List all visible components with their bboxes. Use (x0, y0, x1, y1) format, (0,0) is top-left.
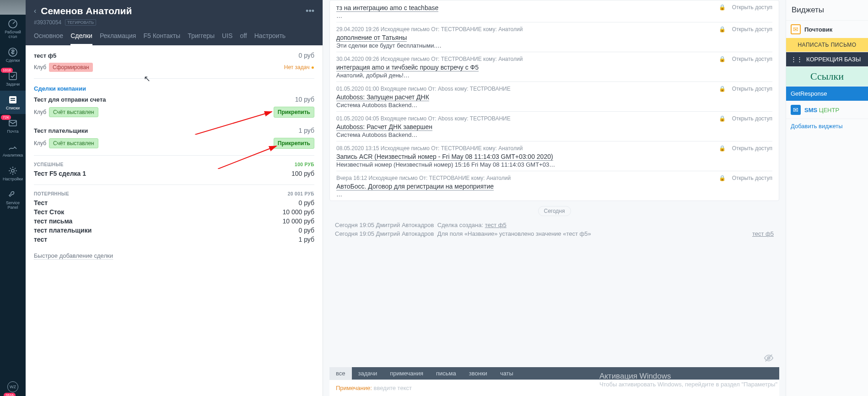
notes-tab-chats[interactable]: чаты (494, 367, 520, 380)
eye-off-icon (764, 353, 774, 363)
feed-item[interactable]: 08.05.2020 13:15 Исходящее письмо От: ТЕ… (336, 141, 772, 171)
feed-body: Эти сделки все будут бесплатными.… (336, 42, 712, 49)
main-deal-name[interactable]: тест ф5 (34, 52, 56, 59)
feed-item[interactable]: 01.05.2020 04:05 Входящее письмо От: Abo… (336, 111, 772, 141)
feed-subject[interactable]: интеграция amo и тичбзейс прошу встречу … (336, 64, 479, 71)
widget-sms[interactable]: ✉ SMS ЦЕНТР (786, 101, 868, 119)
widget-getresponse[interactable]: GetResponse (786, 86, 868, 101)
svg-rect-4 (11, 98, 15, 99)
company-deal-amount: 10 руб (295, 96, 314, 103)
open-access[interactable]: Открыть доступ (732, 4, 772, 19)
deal-name[interactable]: тест (34, 236, 47, 243)
club-chip: Клуб (34, 140, 46, 146)
dollar-icon (7, 47, 18, 58)
feed-body: Система Autoboss Backend… (336, 102, 712, 108)
notes-tab-calls[interactable]: звонки (463, 367, 494, 380)
log-link[interactable]: тест ф5 (752, 230, 774, 237)
nav-tasks[interactable]: 1018 Задачи (0, 67, 26, 91)
widgets-panel: Виджеты ✉ Почтовик НАПИСАТЬ ПИСЬМО ⋮⋮ КО… (786, 0, 868, 396)
notes-tab-tasks[interactable]: задачи (352, 367, 384, 380)
more-button[interactable]: ••• (306, 6, 314, 16)
lead-id: #39370054 (34, 19, 61, 26)
log-row: Сегодня 19:05 Дмитрий Автокадров Сделка … (323, 221, 786, 229)
nav-analytics[interactable]: Аналитика (0, 138, 26, 162)
nav-service-panel[interactable]: Service Panel (0, 185, 26, 214)
widget-mail[interactable]: ✉ Почтовик (786, 20, 868, 38)
lock-icon: 🔒 (719, 175, 726, 198)
deal-name[interactable]: тест плательщики (34, 227, 92, 234)
tab-off[interactable]: off (240, 32, 247, 45)
tag-button[interactable]: ТЕГИРОВАТЬ (65, 19, 96, 26)
attach-button[interactable]: Прикрепить (274, 107, 314, 118)
open-access[interactable]: Открыть доступ (732, 145, 772, 168)
feed-subject[interactable]: АвтоБосс. Договор для регистрации на мер… (336, 183, 494, 190)
tab-reclaim[interactable]: Рекламация (100, 32, 136, 45)
drag-icon: ⋮⋮ (791, 56, 803, 63)
lead-card: ‹ Семенов Анатолий ••• #39370054 ТЕГИРОВ… (26, 0, 323, 396)
deal-name[interactable]: тест письма (34, 217, 72, 225)
widgets-title: Виджеты (786, 0, 868, 20)
add-deal-button[interactable]: Быстрое добавление сделки (34, 252, 113, 260)
wz-icon: WZ (7, 381, 18, 392)
nav-settings[interactable]: Настройки (0, 162, 26, 185)
lock-icon: 🔒 (719, 86, 726, 108)
lost-total: 20 001 руб (288, 191, 314, 196)
widget-label: SMS ЦЕНТР (804, 107, 839, 114)
avatar[interactable] (0, 0, 26, 15)
tab-triggers[interactable]: Триггеры (188, 32, 215, 45)
deal-name[interactable]: Тест Сток (34, 208, 64, 216)
feed-subject[interactable]: Autoboss: Расчет ДНК завершен (336, 123, 432, 131)
write-letter-button[interactable]: НАПИСАТЬ ПИСЬМО (786, 38, 868, 52)
nav-desktop[interactable]: Рабочий стол (0, 15, 26, 43)
log-link[interactable]: тест ф5 (485, 222, 507, 228)
nav-lists[interactable]: Списки (0, 91, 26, 114)
open-access[interactable]: Открыть доступ (732, 26, 772, 49)
open-access[interactable]: Открыть доступ (732, 175, 772, 198)
notes-tab-notes[interactable]: примечания (383, 367, 430, 380)
back-button[interactable]: ‹ (34, 7, 41, 15)
company-deal-name[interactable]: Тест для отправки счета (34, 96, 106, 103)
widget-correction[interactable]: ⋮⋮ КОРРЕКЦИЯ БАЗЫ (786, 52, 868, 66)
open-access[interactable]: Открыть доступ (732, 56, 772, 79)
tab-deals[interactable]: Сделки (70, 32, 92, 45)
feed-item[interactable]: 29.04.2020 19:26 Исходящее письмо От: ТЕ… (336, 22, 772, 52)
notes-tabs: все задачи примечания письма звонки чаты (329, 367, 779, 380)
deal-name[interactable]: Тест F5 сделка 1 (34, 170, 86, 177)
cursor-icon: ↖ (144, 74, 151, 84)
tab-main[interactable]: Основное (34, 32, 63, 45)
attach-button[interactable]: Прикрепить (274, 138, 314, 149)
notes-tab-all[interactable]: все (329, 367, 352, 380)
lead-name[interactable]: Семенов Анатолий (41, 5, 306, 16)
open-access[interactable]: Открыть доступ (732, 115, 772, 138)
visibility-toggle[interactable] (323, 353, 786, 367)
tab-f5contacts[interactable]: F5 Контакты (143, 32, 180, 45)
add-widget-button[interactable]: Добавить виджеты (786, 119, 868, 133)
note-input[interactable]: Примечание: введите текст (329, 380, 779, 396)
club-chip: Клуб (34, 109, 46, 115)
company-deals-header[interactable]: Сделки компании (34, 85, 314, 92)
nav-mail[interactable]: 72К Почта (0, 114, 26, 138)
feed-meta: Вчера 16:12 Исходящее письмо От: ТЕСТРОВ… (336, 175, 712, 181)
feed-subject[interactable]: Запись ACR (Неизвестный номер - Fri May … (336, 153, 553, 161)
nav-deals[interactable]: Сделки (0, 43, 26, 67)
deal-amount: 1 руб (299, 236, 314, 243)
feed-body: Неизвестный номер (Неизвестный номер) 15… (336, 161, 712, 168)
feed-item[interactable]: 30.04.2020 09:26 Исходящее письмо От: ТЕ… (336, 52, 772, 81)
nav-wz[interactable]: 2616 WZ (0, 378, 26, 396)
feed-subject[interactable]: Autoboss: Запущен расчет ДНК (336, 93, 429, 101)
deal-name[interactable]: Тест (34, 199, 48, 206)
feed-subject[interactable]: тз на интеграцию amo с teachbase (336, 4, 438, 12)
tab-configure[interactable]: Настроить (254, 32, 286, 45)
feed-item[interactable]: тз на интеграцию amo с teachbase … 🔒 Отк… (336, 0, 772, 22)
widget-links[interactable]: Ссылки (786, 66, 868, 86)
company-deal-name[interactable]: Тест плательщики (34, 127, 88, 134)
feed-meta: 01.05.2020 04:05 Входящее письмо От: Abo… (336, 115, 712, 122)
feed-item[interactable]: 01.05.2020 01:00 Входящее письмо От: Abo… (336, 81, 772, 111)
lock-icon: 🔒 (719, 4, 726, 19)
open-access[interactable]: Открыть доступ (732, 86, 772, 108)
tab-uis[interactable]: UIS (222, 32, 232, 45)
feed-item[interactable]: Вчера 16:12 Исходящее письмо От: ТЕСТРОВ… (336, 171, 772, 201)
feed-subject[interactable]: дополнение от Татьяны (336, 34, 407, 42)
notes-tab-emails[interactable]: письма (430, 367, 463, 380)
nav-label: Почта (7, 130, 19, 134)
